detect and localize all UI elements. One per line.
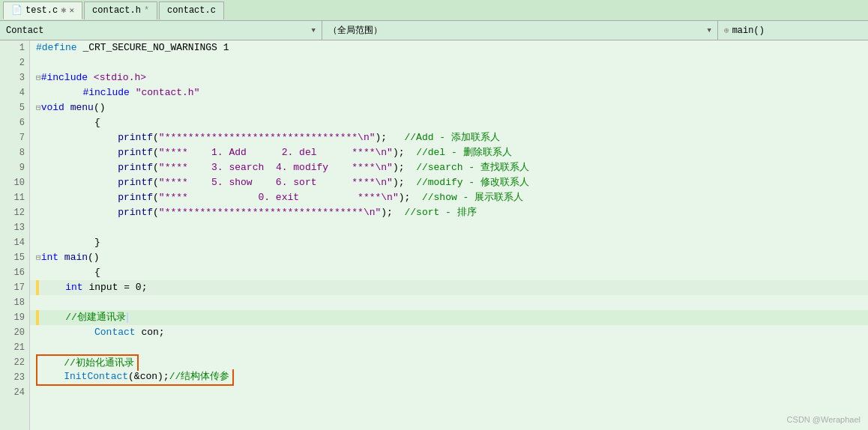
line-num-18: 18 [0, 295, 29, 310]
nav-bar: Contact ▼ （全局范围） ▼ ⊕ main() [0, 21, 868, 40]
code-line-3: ⊟#include <stdio.h> [30, 70, 868, 85]
tab-label: test.c [25, 5, 58, 16]
code-line-10: printf("**** 5. show 6. sort ****\n"); /… [30, 175, 868, 190]
nav-center-label: （全局范围） [328, 24, 382, 37]
code-line-15: ⊟int main() [30, 250, 868, 265]
line-num-9: 9 [0, 160, 29, 175]
line-num-1: 1 [0, 40, 29, 55]
line-num-11: 11 [0, 190, 29, 205]
nav-right-section: ⊕ main() [718, 21, 868, 40]
line-num-13: 13 [0, 220, 29, 235]
code-line-19: //创建通讯录 [30, 310, 868, 325]
code-line-12: printf("********************************… [30, 205, 868, 220]
line-num-23: 23 [0, 370, 29, 385]
nav-left-label: Contact [6, 25, 43, 36]
code-line-4: #include "contact.h" [30, 85, 868, 100]
nav-center-dropdown[interactable]: （全局范围） ▼ [322, 21, 718, 40]
code-line-2 [30, 55, 868, 70]
nav-left-dropdown[interactable]: Contact ▼ [0, 21, 322, 40]
line-num-12: 12 [0, 205, 29, 220]
code-line-8: printf("**** 1. Add 2. del ****\n"); //d… [30, 145, 868, 160]
line-num-4: 4 [0, 85, 29, 100]
line-num-21: 21 [0, 340, 29, 355]
code-line-17: int input = 0; [30, 280, 868, 295]
code-line-13 [30, 220, 868, 235]
line-num-14: 14 [0, 235, 29, 250]
line-num-20: 20 [0, 325, 29, 340]
chevron-down-icon: ▼ [312, 27, 316, 34]
line-num-2: 2 [0, 55, 29, 70]
code-line-21 [30, 340, 868, 355]
code-line-1: #define _CRT_SECURE_NO_WARNINGS 1 [30, 40, 868, 55]
chevron-down-icon-2: ▼ [708, 27, 711, 34]
tab-bar: 📄 test.c ✱ ✕ contact.h * contact.c [0, 0, 868, 21]
code-line-9: printf("**** 3. search 4. modify ****\n"… [30, 160, 868, 175]
line-num-16: 16 [0, 265, 29, 280]
code-line-14: } [30, 235, 868, 250]
code-line-22: //初始化通讯录 [30, 355, 868, 370]
line-num-3: 3 [0, 70, 29, 85]
line-numbers: 1 2 3 4 5 6 7 8 9 10 11 12 13 14 15 16 1… [0, 40, 30, 430]
line-num-8: 8 [0, 145, 29, 160]
code-line-24 [30, 385, 868, 400]
line-num-15: 15 [0, 250, 29, 265]
tab-modified: ✱ [61, 4, 66, 16]
line-num-24: 24 [0, 385, 29, 400]
code-line-20: Contact con; [30, 325, 868, 340]
code-line-18 [30, 295, 868, 310]
tab-test-c[interactable]: 📄 test.c ✱ ✕ [3, 1, 82, 19]
scope-icon: ⊕ [724, 25, 729, 35]
code-line-11: printf("**** 0. exit ****\n"); //show - … [30, 190, 868, 205]
line-num-19: 19 [0, 310, 29, 325]
tab-modified: * [144, 5, 149, 16]
code-line-6: { [30, 115, 868, 130]
line-num-5: 5 [0, 100, 29, 115]
watermark: CSDN @Weraphael [787, 415, 861, 424]
tab-label: contact.c [167, 5, 216, 16]
tab-icon: 📄 [11, 4, 22, 16]
nav-right-label: main() [732, 25, 765, 36]
tab-contact-c[interactable]: contact.c [159, 1, 224, 19]
code-area[interactable]: #define _CRT_SECURE_NO_WARNINGS 1 ⊟#incl… [30, 40, 868, 430]
code-line-5: ⊟void menu() [30, 100, 868, 115]
line-num-6: 6 [0, 115, 29, 130]
line-num-22: 22 [0, 355, 29, 370]
code-line-7: printf("********************************… [30, 130, 868, 145]
code-line-16: { [30, 265, 868, 280]
tab-contact-h[interactable]: contact.h * [84, 1, 157, 19]
line-num-7: 7 [0, 130, 29, 145]
line-num-10: 10 [0, 175, 29, 190]
line-num-17: 17 [0, 280, 29, 295]
code-line-23: InitContact(&con);//结构体传参 [30, 370, 868, 385]
tab-label: contact.h [92, 5, 141, 16]
tab-close[interactable]: ✕ [69, 5, 74, 15]
editor-container: 1 2 3 4 5 6 7 8 9 10 11 12 13 14 15 16 1… [0, 40, 868, 430]
